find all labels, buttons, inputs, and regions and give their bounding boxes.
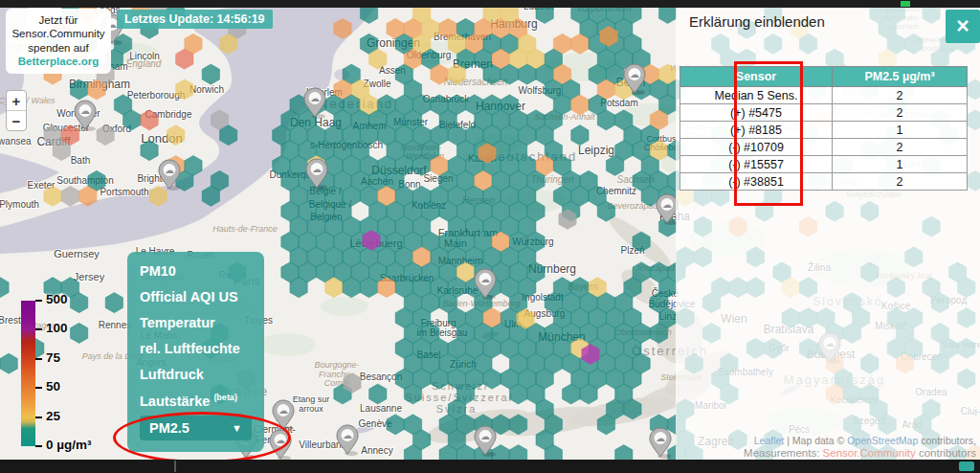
attribution-text: Measurements: [744, 447, 822, 459]
cloud-icon: ☁ [656, 433, 665, 443]
sensor-column-header: Sensor [680, 67, 833, 87]
zoom-in-button[interactable]: + [7, 91, 26, 110]
menu-item-temperatur[interactable]: Temperatur [140, 315, 252, 330]
donation-line: Jetzt für [7, 13, 110, 27]
table-row: (-) #388512 [680, 173, 968, 191]
cloud-icon: ☁ [662, 199, 672, 210]
layer-menu: PM10Official AQI USTemperaturrel. Luftfe… [127, 252, 264, 452]
last-update-badge: Letztes Update: 14:56:19 [117, 10, 273, 29]
caret-down-icon: ▼ [232, 422, 242, 434]
legend-tick-label: 0 µg/m³ [46, 438, 92, 452]
attribution-text: | Map data © [784, 435, 847, 446]
attribution-text: contributors [916, 447, 976, 459]
top-bar-green-indicator [901, 1, 910, 7]
sensor-id-cell: (+) #8185 [680, 122, 833, 139]
map-label: arroux [299, 404, 323, 414]
table-row: Median 5 Sens.2 [680, 87, 968, 104]
sensor-value-cell: 1 [833, 122, 968, 139]
attribution-text: contributors, [918, 435, 976, 446]
map-label: Jersey [74, 271, 105, 282]
legend-tick [35, 300, 42, 302]
donation-line: Sensor.Community [7, 27, 110, 40]
forest-patch [258, 333, 316, 356]
donation-line: spenden auf [7, 41, 110, 55]
legend-tick [35, 445, 42, 447]
sensor-community-link[interactable]: Sensor.Community [823, 447, 916, 459]
map-label: Brest [0, 315, 21, 326]
layer-dropdown-pm25[interactable]: PM2.5 ▼ [140, 416, 252, 440]
legend-tick [35, 417, 42, 418]
zoom-out-button[interactable]: − [7, 110, 26, 130]
zoom-control: + − [6, 90, 27, 131]
cloud-icon: ☁ [80, 105, 90, 116]
sensor-value-cell: 2 [833, 87, 968, 104]
selected-layer-label: PM2.5 [149, 420, 189, 436]
cloud-icon: ☁ [312, 164, 322, 174]
value-column-header: PM2.5 µg/m³ [833, 67, 968, 87]
map-label: Hauts-de-France [212, 224, 278, 234]
cloud-icon: ☁ [480, 274, 490, 284]
sensor-id-cell: (-) #10709 [680, 139, 833, 156]
map-label: Lausanne [360, 403, 402, 414]
table-row: (+) #54752 [680, 104, 968, 122]
top-window-bar [0, 0, 980, 8]
sensor-id-cell: (-) #38851 [680, 173, 833, 191]
legend-tick-label: 500 [46, 292, 68, 306]
legend-tick-label: 25 [46, 409, 60, 423]
menu-item-official-aqi-us[interactable]: Official AQI US [140, 289, 252, 304]
table-row: (+) #81851 [680, 122, 968, 139]
sensor-value-cell: 1 [833, 156, 968, 173]
map-label: England [126, 58, 162, 69]
leaflet-link[interactable]: Leaflet [754, 435, 785, 446]
sensor-table: Sensor PM2.5 µg/m³ Median 5 Sens.2(+) #5… [679, 66, 968, 191]
map-label: Bourgogne- [314, 360, 359, 370]
donation-box: Jetzt für Sensor.Community spenden auf B… [6, 9, 111, 74]
panel-title[interactable]: Erklärung einblenden [689, 13, 825, 30]
cloud-icon: ☁ [276, 435, 285, 445]
forest-patch [321, 297, 368, 316]
legend-tick-label: 75 [46, 350, 60, 365]
map-label: Portsmouth [100, 187, 148, 197]
map-label: Leipzig [578, 144, 614, 157]
legend-tick [35, 358, 42, 360]
map-label: Etang sur [293, 394, 330, 404]
sensor-value-cell: 2 [833, 173, 968, 191]
legend-tick-label: 100 [46, 321, 68, 335]
map-label: Guernsey [54, 248, 100, 259]
betterplace-link[interactable]: Betterplace.org [7, 55, 110, 68]
cloud-icon: ☁ [165, 165, 174, 175]
table-row: (-) #155571 [680, 156, 968, 173]
map-label: Swansea [0, 136, 32, 146]
map-label: Bath [71, 155, 91, 166]
bottom-bar-teal-indicator [959, 462, 974, 471]
legend-gradient-bar [21, 301, 35, 446]
openstreetmap-link[interactable]: OpenStreetMap [847, 435, 918, 446]
bottom-bar-divider [174, 461, 176, 472]
sensor-value-cell: 2 [833, 104, 968, 122]
color-scale-legend: 5001007550250 µg/m³ [21, 301, 35, 446]
bottom-window-bar [0, 460, 980, 473]
beta-suffix: (beta) [213, 393, 237, 402]
menu-item-rel-luftfeuchte[interactable]: rel. Luftfeuchte [140, 341, 252, 356]
cloud-icon: ☁ [630, 69, 639, 79]
cloud-icon: ☁ [310, 93, 320, 103]
sensor-id-cell: (-) #15557 [680, 156, 833, 173]
menu-item-lautstaerke[interactable]: Lautstärke (beta) [140, 393, 252, 409]
legend-tick [35, 328, 42, 330]
cloud-icon: ☁ [480, 431, 490, 441]
sensor-value-cell: 2 [833, 139, 968, 156]
attribution: Leaflet | Map data © OpenStreetMap contr… [744, 435, 976, 460]
sensor-id-cell: (+) #5475 [680, 104, 833, 122]
legend-tick [35, 387, 42, 389]
cloud-icon: ☁ [343, 430, 352, 440]
cloud-icon: ☁ [278, 405, 288, 416]
table-row: (-) #107092 [680, 139, 968, 156]
close-icon[interactable]: × [946, 10, 980, 43]
map-label: Annecy [361, 445, 392, 456]
menu-item-luftdruck[interactable]: Luftdruck [140, 367, 252, 382]
map-label: Plymouth [0, 199, 39, 210]
menu-item-pm10[interactable]: PM10 [140, 263, 252, 279]
map-label: Norwich [189, 84, 224, 95]
legend-tick-label: 50 [46, 379, 60, 394]
sensor-id-cell: Median 5 Sens. [680, 87, 833, 104]
